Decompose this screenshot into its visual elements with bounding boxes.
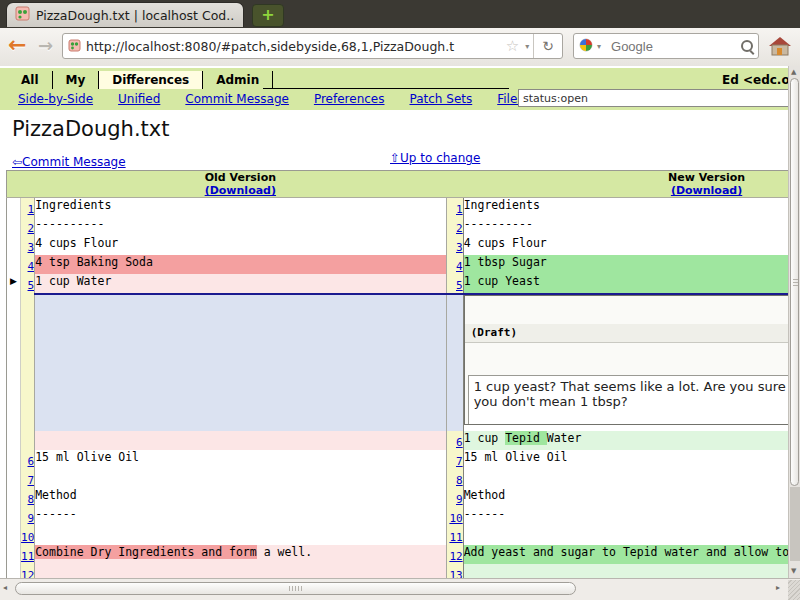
old-line-number[interactable]: 9 [28, 512, 35, 525]
diff-row: 11Combine Dry Ingredients and form a wel… [7, 545, 789, 564]
new-line-number[interactable]: 13 [449, 569, 462, 578]
page-title: PizzaDough.txt [12, 117, 788, 141]
resize-grip [788, 580, 800, 600]
old-download-link[interactable]: (Download) [205, 184, 276, 197]
horizontal-scroll-thumb[interactable] [15, 582, 576, 595]
old-line-number[interactable]: 10 [21, 531, 34, 544]
old-line-text: 4 tsp Baking Soda [35, 255, 446, 274]
menu-divider [263, 88, 509, 89]
back-button-icon[interactable]: ← [8, 32, 26, 57]
diff-row: 1213 [7, 564, 789, 578]
browser-tab[interactable]: PizzaDough.txt | localhost Cod... [6, 2, 244, 27]
diff-row: ▶51 cup Water51 cup Yeast [7, 274, 789, 294]
new-line-text: 4 cups Flour [463, 236, 788, 255]
menu-link-preferences[interactable]: Preferences [314, 92, 385, 106]
new-line-text [463, 526, 788, 545]
vertical-scrollbar[interactable]: ▲ ▼ [788, 66, 800, 578]
vertical-scroll-thumb[interactable] [790, 78, 799, 486]
magnifier-icon[interactable] [741, 40, 753, 52]
menu-link-commit-message[interactable]: Commit Message [185, 92, 289, 106]
menu-link-unified[interactable]: Unified [118, 92, 160, 106]
old-line-text [35, 564, 446, 578]
url-text[interactable]: http://localhost:8080/#patch,sidebyside,… [86, 39, 504, 54]
menu-tab-my[interactable]: My [53, 71, 100, 89]
reload-icon[interactable]: ↻ [533, 34, 562, 58]
new-download-link[interactable]: (Download) [671, 184, 742, 197]
new-line-number[interactable]: 3 [456, 241, 463, 254]
scroll-left-icon[interactable]: ◂ [3, 583, 7, 592]
old-line-text: 15 ml Olive Oil [35, 450, 446, 469]
menu-link-patch-sets[interactable]: Patch Sets [409, 92, 472, 106]
new-line-text [463, 564, 788, 578]
new-line-text: ---------- [463, 217, 788, 236]
search-bar[interactable]: ▾ [573, 33, 759, 59]
new-line-number[interactable]: 1 [456, 203, 463, 216]
new-line-number[interactable]: 8 [456, 474, 463, 487]
diff-row: 2----------2---------- [7, 217, 789, 236]
old-line-number[interactable]: 12 [21, 569, 34, 578]
new-line-text: ------ [463, 507, 788, 526]
new-line-text: 1 tbsp Sugar [463, 255, 788, 274]
old-line-number[interactable]: 1 [28, 203, 35, 216]
diff-table-body: 1Ingredients1Ingredients2----------2----… [7, 198, 789, 579]
site-favicon-icon [68, 37, 81, 56]
old-line-number[interactable]: 8 [28, 493, 35, 506]
old-line-text: Ingredients [35, 198, 446, 218]
old-line-number[interactable]: 4 [28, 260, 35, 273]
search-engine-dropdown-icon[interactable]: ▾ [593, 42, 605, 51]
scroll-right-icon[interactable]: ▸ [776, 583, 780, 592]
scroll-up-icon[interactable]: ▲ [791, 68, 796, 76]
url-bar[interactable]: http://localhost:8080/#patch,sidebyside,… [62, 33, 563, 59]
bookmark-star-icon[interactable]: ☆ [504, 37, 521, 55]
old-line-number[interactable]: 3 [28, 241, 35, 254]
new-tab-button[interactable]: + [252, 4, 284, 27]
menu-tab-all[interactable]: All [8, 71, 53, 89]
menu-link-side-by-side[interactable]: Side-by-Side [18, 92, 93, 106]
new-line-text: 1 cup Yeast [463, 274, 788, 294]
old-line-text [35, 526, 446, 545]
gerrit-content: PizzaDough.txt ⇦Commit Message ⇧Up to ch… [0, 117, 788, 578]
old-line-text: 4 cups Flour [35, 236, 446, 255]
new-line-number[interactable]: 4 [456, 260, 463, 273]
new-line-number[interactable]: 11 [449, 531, 462, 544]
diff-row: 44 tsp Baking Soda41 tbsp Sugar [7, 255, 789, 274]
gerrit-search-input[interactable] [518, 89, 788, 107]
new-line-number[interactable]: 12 [449, 550, 462, 563]
new-line-text: 1 cup Tepid Water [463, 431, 788, 450]
menu-tab-admin[interactable]: Admin [203, 71, 273, 89]
old-line-number[interactable]: 6 [28, 455, 35, 468]
scroll-down-icon[interactable]: ▼ [791, 567, 796, 575]
horizontal-scrollbar[interactable]: ◂ ▸ [0, 578, 800, 600]
up-to-change-link[interactable]: ⇧Up to change [390, 151, 480, 165]
forward-button-icon[interactable]: → [38, 35, 53, 56]
diff-row: 8Method9Method [7, 488, 789, 507]
url-dropdown-icon[interactable]: ▾ [521, 42, 533, 51]
draft-comment-box: (Draft) 1 cup yeast? That seems like a l… [464, 295, 788, 425]
diff-row: 61 cup Tepid Water [7, 431, 789, 450]
plus-icon: + [261, 5, 274, 24]
new-line-number[interactable]: 2 [456, 222, 463, 235]
draft-comment-textarea[interactable]: 1 cup yeast? That seems like a lot. Are … [468, 375, 788, 425]
old-line-number[interactable]: 11 [21, 550, 34, 563]
web-search-input[interactable] [609, 38, 741, 55]
old-line-number[interactable]: 7 [28, 474, 35, 487]
commit-message-link[interactable]: ⇦Commit Message [12, 155, 126, 169]
old-line-text: 1 cup Water [35, 274, 446, 294]
old-line-number[interactable]: 2 [28, 222, 35, 235]
draft-label: (Draft) [465, 324, 788, 343]
new-line-text: 15 ml Olive Oil [463, 450, 788, 469]
new-line-number[interactable]: 10 [449, 512, 462, 525]
menu-tab-differences[interactable]: Differences [99, 71, 203, 89]
new-line-number[interactable]: 7 [456, 455, 463, 468]
new-line-text: Ingredients [463, 198, 788, 218]
old-version-header: Old Version [35, 171, 446, 184]
new-line-number[interactable]: 5 [456, 279, 463, 292]
diff-header-row: Old Version (Download) New Version (Down… [7, 171, 789, 198]
diff-row: (Draft) 1 cup yeast? That seems like a l… [7, 294, 789, 431]
old-line-text [35, 469, 446, 488]
gerrit-menu-links: Side-by-SideUnifiedCommit MessagePrefere… [18, 92, 524, 106]
old-line-number[interactable]: 5 [28, 279, 35, 292]
new-line-number[interactable]: 9 [456, 493, 463, 506]
home-icon[interactable] [768, 34, 792, 62]
new-line-number[interactable]: 6 [456, 436, 463, 449]
